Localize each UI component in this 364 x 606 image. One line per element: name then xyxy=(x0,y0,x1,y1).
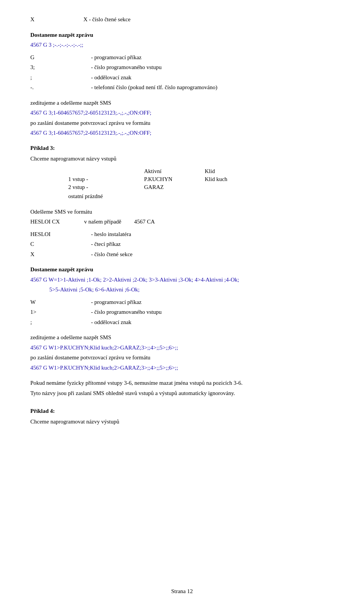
w-desc: - programovací příkaz xyxy=(91,298,334,307)
one-row: 1> - číslo programovaného vstupu xyxy=(30,308,334,316)
x2-label: X xyxy=(30,250,68,259)
priklad3-title: Příklad 3: xyxy=(30,145,334,151)
semi2-label: ; xyxy=(30,318,61,327)
section-zeditujeme: zeditujeme a odešleme nazpět SMS 4567 G … xyxy=(30,99,334,137)
zedit-confirm-text: po zaslání dostaneme potvrzovací zprávu … xyxy=(30,119,334,127)
row1-aktivni: P.KUCHYN xyxy=(144,176,205,183)
hesloi-label: HESLOI xyxy=(30,230,68,239)
odesleme-format-line: HESLOI CX v našem případě 4567 CA xyxy=(30,217,334,226)
hesloi-row: HESLOI - heslo instalatéra xyxy=(30,230,334,239)
three-desc: - číslo programovaného vstupu xyxy=(91,63,334,72)
poznamka-section: Pokud nemáme fyzicky přítomné vstupy 3-6… xyxy=(30,379,334,397)
section-zeditujeme2: zeditujeme a odešleme nazpět SMS 4567 G … xyxy=(30,333,334,372)
zedit-sms-prefix: 4567 G xyxy=(30,110,49,116)
zedit2-prefix: 4567 G xyxy=(30,345,49,351)
x-line: X X - číslo čtené sekce xyxy=(30,15,334,24)
nazpet2-code1: 4567 G W=1>1-Aktivni ;1-Ok; 2>2-Aktivni … xyxy=(30,275,334,284)
w-label: W xyxy=(30,298,61,307)
c-row: C - čtecí příkaz xyxy=(30,240,334,249)
page-label: Strana 12 xyxy=(171,588,193,594)
section-nazpet2: Dostaneme nazpět zprávu 4567 G W=1>1-Akt… xyxy=(30,265,334,326)
priklad3-section: Příklad 3: Chceme naprogramovat názvy vs… xyxy=(30,145,334,201)
g-desc: - programovací příkaz xyxy=(91,53,334,62)
x2-row: X - číslo čtené sekce xyxy=(30,250,334,259)
col-aktivni: Aktivní xyxy=(144,168,205,175)
g-label: G xyxy=(30,53,61,62)
x2-desc: - číslo čtené sekce xyxy=(91,250,334,259)
odesleme-section: Odešleme SMS ve formátu HESLOI CX v naše… xyxy=(30,208,334,259)
dash-row: -. - telefonní číslo (pokud není tlf. čí… xyxy=(30,83,334,92)
semi2-row: ; - oddělovací znak xyxy=(30,318,334,327)
confirm2-code: W1>P.KUCHYN;Klid kuch;2>GARAZ;3>;;4>;;5>… xyxy=(49,365,178,371)
priklad4-title: Příklad 4: xyxy=(30,408,334,414)
format-mid: v našem případě xyxy=(84,219,121,225)
zedit-sms: 4567 G 3;1-604657657;2-605123123;.-,;.-,… xyxy=(30,109,334,117)
format-value: 4567 CA xyxy=(134,219,155,225)
col-klid: Klid xyxy=(205,168,273,175)
semi-label: ; xyxy=(30,73,61,82)
zedit-intro: zeditujeme a odešleme nazpět SMS xyxy=(30,99,334,107)
code-prefix2: 4567 G xyxy=(30,277,49,283)
row1-label: 1 vstup - xyxy=(68,176,144,183)
page-number: Strana 12 xyxy=(0,588,364,595)
one-label: 1> xyxy=(30,308,61,316)
zedit2-sms: 4567 G W1>P.KUCHYN;Klid kuch;2>GARAZ;3>;… xyxy=(30,343,334,352)
dash-label: -. xyxy=(30,83,61,92)
row2-klid xyxy=(205,184,273,190)
nazpet-title: Dostaneme nazpět zprávu xyxy=(30,31,334,39)
col-empty xyxy=(68,168,144,175)
zedit2-intro: zeditujeme a odešleme nazpět SMS xyxy=(30,333,334,342)
three-row: 3; - číslo programovaného vstupu xyxy=(30,63,334,72)
x-section-header: X X - číslo čtené sekce xyxy=(30,15,334,24)
row2-label: 2 vstup - xyxy=(68,184,144,190)
confirm-code: 3;1-604657657;2-605123123;.-,;.-,;ON:OFF… xyxy=(49,130,151,136)
nazpet2-title: Dostaneme nazpět zprávu xyxy=(30,265,334,274)
zedit-confirm-code: 4567 G 3;1-604657657;2-605123123;.-,;.-,… xyxy=(30,129,334,137)
zedit2-confirm-code: 4567 G W1>P.KUCHYN;Klid kuch;2>GARAZ;3>;… xyxy=(30,364,334,372)
zedit-sms-code: 3;1-604657657;2-605123123;.-,;.-,;ON:OFF… xyxy=(49,110,151,116)
c-desc: - čtecí příkaz xyxy=(91,240,334,249)
code-body2: W=1>1-Aktivni ;1-Ok; 2>2-Aktivni ;2-Ok; … xyxy=(49,277,239,283)
hesloi-desc: - heslo instalatéra xyxy=(91,230,334,239)
x-label: X xyxy=(30,15,61,24)
priklad4-intro: Chceme naprogramovat názvy výstupů xyxy=(30,417,334,426)
poznamka-line1: Pokud nemáme fyzicky přítomné vstupy 3-6… xyxy=(30,379,334,387)
w-row: W - programovací příkaz xyxy=(30,298,334,307)
ostatni-line: ostatní prázdné xyxy=(68,192,334,201)
priklad3-row2: 2 vstup - GARAZ xyxy=(68,184,334,190)
x-desc: X - číslo čtené sekce xyxy=(83,15,334,24)
nazpet2-code2: 5>5-Aktivni ;5-Ok; 6>6-Aktivni ;6-Ok; xyxy=(30,285,334,294)
format-label: HESLOI CX xyxy=(30,219,60,225)
c-label: C xyxy=(30,240,68,249)
dash-desc: - telefonní číslo (pokud není tlf. číslo… xyxy=(91,83,334,92)
zedit2-confirm-text: po zaslání dostaneme potvrzovací zprávu … xyxy=(30,353,334,362)
code-body2b: 5>5-Aktivni ;5-Ok; 6>6-Aktivni ;6-Ok; xyxy=(49,286,140,293)
g-row: G - programovací příkaz xyxy=(30,53,334,62)
semi-desc: - oddělovací znak xyxy=(91,73,334,82)
one-desc: - číslo programovaného vstupu xyxy=(91,308,334,316)
three-label: 3; xyxy=(30,63,61,72)
section-nazpet: Dostaneme nazpět zprávu 4567 G 3 ;-.-;-.… xyxy=(30,31,334,92)
nazpet-code: 4567 G 3 ;-.-;-.-;-.-;-.-;; xyxy=(30,41,334,49)
row1-klid: Klid kuch xyxy=(205,176,273,183)
confirm2-prefix: 4567 G xyxy=(30,365,49,371)
confirm-prefix: 4567 G xyxy=(30,130,49,136)
priklad3-row1: 1 vstup - P.KUCHYN Klid kuch xyxy=(68,176,334,183)
priklad4-section: Příklad 4: Chceme naprogramovat názvy vý… xyxy=(30,408,334,426)
semi2-desc: - oddělovací znak xyxy=(91,318,334,327)
odesleme-intro: Odešleme SMS ve formátu xyxy=(30,208,334,216)
priklad3-header: Aktivní Klid xyxy=(68,168,334,175)
semi-row: ; - oddělovací znak xyxy=(30,73,334,82)
zedit2-code: W1>P.KUCHYN;Klid kuch;2>GARAZ;3>;;4>;;5>… xyxy=(49,345,178,351)
row2-aktivni: GARAZ xyxy=(144,184,205,190)
poznamka-line2: Tyto názvy jsou při zaslaní SMS ohledně … xyxy=(30,389,334,398)
priklad3-intro: Chceme naprogramovat názvy vstupů xyxy=(30,154,334,163)
